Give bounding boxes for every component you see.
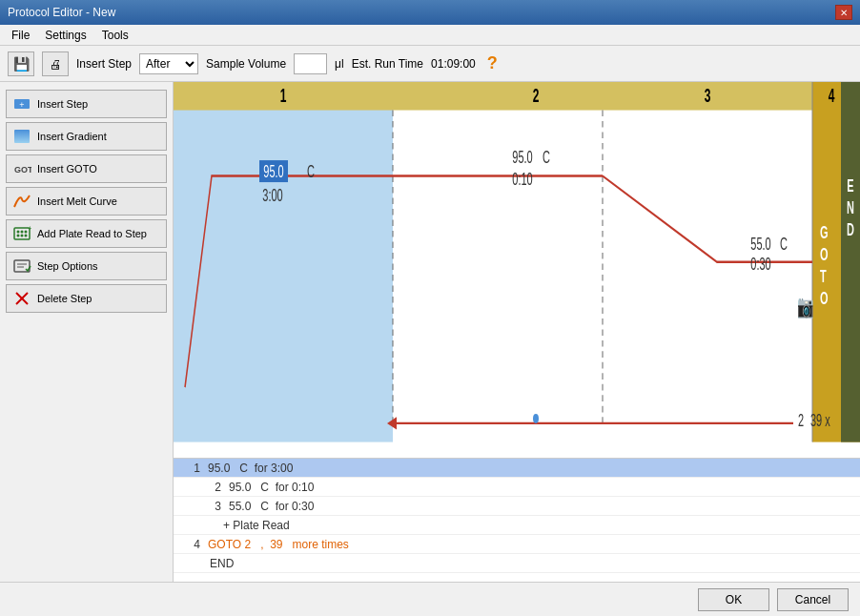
sample-volume-label: Sample Volume — [206, 57, 286, 71]
protocol-row-3[interactable]: 3 55.0 C for 0:30 — [174, 497, 860, 516]
step-info-2: 95.0 C for 0:10 — [229, 481, 852, 494]
est-run-time-label: Est. Run Time — [352, 57, 423, 71]
step-info-4: GOTO 2 , 39 more times — [208, 538, 852, 551]
svg-text:95.0: 95.0 — [263, 161, 283, 181]
insert-goto-button[interactable]: GOTO Insert GOTO — [6, 154, 167, 183]
insert-melt-curve-button[interactable]: Insert Melt Curve — [6, 187, 167, 216]
step-num-2: 2 — [202, 481, 221, 494]
step-num-3: 3 — [202, 500, 221, 513]
save-button[interactable] — [8, 51, 34, 76]
print-button[interactable] — [42, 51, 69, 76]
chart-container[interactable]: 1 2 3 4 95.0 C 3:00 — [174, 82, 860, 458]
delete-step-icon — [12, 289, 31, 308]
menu-tools[interactable]: Tools — [94, 27, 136, 44]
insert-goto-label: Insert GOTO — [37, 163, 97, 175]
svg-text:O: O — [820, 244, 829, 264]
protocol-row-4[interactable]: 4 GOTO 2 , 39 more times — [174, 535, 860, 554]
save-icon — [13, 56, 30, 72]
protocol-row-end: END — [174, 554, 860, 573]
svg-point-51 — [533, 414, 539, 423]
svg-text:55.0: 55.0 — [750, 234, 770, 254]
svg-text:39   x: 39 x — [810, 410, 830, 430]
add-plate-read-icon: + — [12, 224, 31, 243]
step-options-label: Step Options — [37, 260, 98, 272]
svg-text:3: 3 — [705, 85, 711, 106]
insert-step-label: Insert Step — [76, 57, 132, 71]
protocol-row-1[interactable]: 1 95.0 C for 3:00 — [174, 459, 860, 478]
insert-after-select[interactable]: After Before — [139, 53, 198, 74]
svg-text:0:30: 0:30 — [750, 254, 770, 274]
microliter-label: μl — [335, 57, 344, 71]
toolbar: Insert Step After Before Sample Volume 2… — [0, 46, 860, 82]
insert-step-label: Insert Step — [37, 98, 88, 110]
cancel-button[interactable]: Cancel — [777, 588, 849, 611]
svg-text:O: O — [820, 288, 829, 308]
insert-gradient-button[interactable]: Insert Gradient — [6, 122, 167, 151]
menu-bar: File Settings Tools — [0, 25, 860, 46]
main-content: + Insert Step Insert Gradient GOTO Inser… — [0, 82, 860, 582]
protocol-list: 1 95.0 C for 3:00 2 95.0 C for 0:10 3 55… — [174, 458, 860, 582]
svg-rect-2 — [14, 130, 30, 143]
insert-step-button[interactable]: + Insert Step — [6, 90, 167, 118]
svg-rect-43 — [841, 82, 860, 442]
svg-text:N: N — [847, 197, 854, 217]
step-num-1: 1 — [181, 462, 200, 475]
step-info-end: END — [210, 557, 852, 570]
est-run-time-value: 01:09:00 — [431, 57, 476, 71]
svg-text:0:10: 0:10 — [512, 169, 532, 189]
svg-text:2: 2 — [533, 85, 540, 106]
protocol-chart: 1 2 3 4 95.0 C 3:00 — [174, 82, 860, 458]
step-options-button[interactable]: Step Options — [6, 252, 167, 280]
close-button[interactable]: ✕ — [835, 5, 852, 20]
help-icon[interactable]: ? — [487, 53, 498, 73]
svg-text:G: G — [820, 222, 829, 242]
insert-gradient-label: Insert Gradient — [37, 131, 107, 142]
svg-point-8 — [17, 235, 20, 237]
svg-point-9 — [21, 235, 24, 237]
chart-area: 1 2 3 4 95.0 C 3:00 — [174, 82, 860, 582]
sample-volume-input[interactable]: 25 — [294, 53, 327, 74]
step-num-4: 4 — [181, 538, 200, 551]
left-panel: + Insert Step Insert Gradient GOTO Inser… — [0, 82, 174, 582]
svg-text:T: T — [820, 266, 827, 286]
svg-rect-17 — [174, 82, 393, 442]
add-plate-read-label: Add Plate Read to Step — [37, 228, 147, 239]
step-info-1: 95.0 C for 3:00 — [208, 462, 852, 475]
svg-text:📷: 📷 — [797, 293, 814, 319]
svg-point-5 — [17, 231, 20, 234]
bottom-bar: OK Cancel — [0, 582, 860, 616]
svg-text:C: C — [780, 234, 788, 254]
svg-text:3:00: 3:00 — [262, 185, 282, 205]
menu-file[interactable]: File — [4, 27, 37, 44]
title-buttons: ✕ — [835, 5, 852, 20]
svg-text:GOTO: GOTO — [14, 165, 31, 175]
step-info-3: 55.0 C for 0:30 — [229, 500, 852, 513]
delete-step-label: Delete Step — [37, 293, 92, 304]
svg-text:95.0: 95.0 — [512, 147, 532, 167]
svg-text:+: + — [28, 224, 31, 233]
insert-melt-curve-label: Insert Melt Curve — [37, 195, 117, 207]
svg-text:4: 4 — [829, 85, 835, 106]
svg-rect-20 — [174, 82, 812, 111]
svg-text:C: C — [307, 161, 315, 181]
ok-button[interactable]: OK — [698, 588, 769, 611]
title-text: Protocol Editor - New — [8, 6, 115, 19]
insert-gradient-icon — [12, 127, 31, 146]
insert-goto-icon: GOTO — [12, 159, 31, 178]
insert-step-icon: + — [12, 94, 31, 113]
plate-read-info: + Plate Read — [223, 519, 852, 532]
plate-read-row: + Plate Read — [174, 516, 860, 535]
svg-point-10 — [25, 235, 28, 237]
protocol-row-2[interactable]: 2 95.0 C for 0:10 — [174, 478, 860, 497]
title-bar: Protocol Editor - New ✕ — [0, 0, 860, 25]
print-icon — [50, 56, 62, 72]
svg-text:2: 2 — [798, 410, 804, 430]
svg-text:+: + — [19, 100, 24, 110]
insert-melt-curve-icon — [12, 192, 31, 211]
delete-step-button[interactable]: Delete Step — [6, 284, 167, 313]
svg-text:1: 1 — [280, 85, 287, 106]
add-plate-read-button[interactable]: + Add Plate Read to Step — [6, 219, 167, 248]
menu-settings[interactable]: Settings — [37, 27, 93, 44]
svg-point-6 — [21, 231, 24, 234]
step-options-icon — [12, 257, 31, 276]
